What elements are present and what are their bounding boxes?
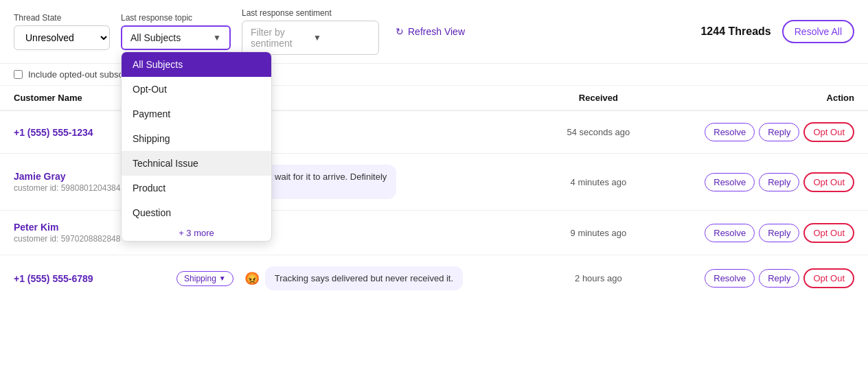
last-response-topic-label: Last response topic bbox=[121, 13, 231, 23]
dropdown-item-question[interactable]: Question bbox=[122, 200, 271, 225]
opt-out-button[interactable]: Opt Out bbox=[803, 172, 854, 192]
opt-out-button[interactable]: Opt Out bbox=[803, 122, 854, 142]
reply-button[interactable]: Reply bbox=[759, 173, 799, 191]
chevron-down-icon: ▼ bbox=[313, 33, 370, 43]
col-received: Received bbox=[543, 86, 653, 110]
last-response-topic-select[interactable]: All Subjects ▼ bbox=[121, 25, 231, 50]
thread-count: 1244 Threads bbox=[700, 25, 770, 38]
dropdown-item-payment[interactable]: Payment bbox=[122, 102, 271, 126]
action-cell: Resolve Reply Opt Out bbox=[653, 154, 868, 211]
reply-button[interactable]: Reply bbox=[759, 269, 799, 288]
received-cell: 4 minutes ago bbox=[543, 154, 653, 211]
selected-topic: All Subjects bbox=[130, 32, 181, 43]
sentiment-placeholder: Filter by sentiment bbox=[251, 27, 308, 49]
refresh-button[interactable]: ↻ Refresh View bbox=[396, 26, 465, 37]
customer-cell: +1 (555) 555-6789 bbox=[0, 255, 163, 302]
received-cell: 2 hours ago bbox=[543, 255, 653, 302]
received-cell: 9 minutes ago bbox=[543, 211, 653, 255]
reply-button[interactable]: Reply bbox=[759, 123, 799, 141]
col-action: Action bbox=[653, 86, 868, 110]
received-time: 4 minutes ago bbox=[557, 177, 639, 187]
opt-out-button[interactable]: Opt Out bbox=[803, 268, 854, 288]
opt-out-button[interactable]: Opt Out bbox=[803, 223, 854, 243]
opted-out-checkbox[interactable] bbox=[14, 70, 23, 79]
resolve-button[interactable]: Resolve bbox=[705, 173, 755, 191]
refresh-label: Refresh View bbox=[408, 26, 465, 37]
chevron-down-icon: ▼ bbox=[219, 274, 226, 282]
dropdown-item-product[interactable]: Product bbox=[122, 176, 271, 200]
dropdown-item-all-subjects[interactable]: All Subjects bbox=[122, 52, 271, 77]
resolve-all-button[interactable]: Resolve All bbox=[782, 20, 854, 43]
action-cell: Resolve Reply Opt Out bbox=[653, 211, 868, 255]
received-time: 9 minutes ago bbox=[557, 228, 639, 238]
resolve-button[interactable]: Resolve bbox=[705, 224, 755, 242]
sentiment-select[interactable]: Filter by sentiment ▼ bbox=[242, 21, 379, 55]
message-bubble: Tracking says delivered but never receiv… bbox=[265, 266, 463, 290]
action-cell: Resolve Reply Opt Out bbox=[653, 255, 868, 302]
shipping-tag[interactable]: Shipping ▼ bbox=[176, 271, 233, 286]
thread-state-label: Thread State bbox=[14, 13, 110, 23]
reply-button[interactable]: Reply bbox=[759, 224, 799, 242]
action-cell: Resolve Reply Opt Out bbox=[653, 110, 868, 154]
chevron-down-icon: ▼ bbox=[213, 33, 221, 43]
last-response-topic-filter: Last response topic All Subjects ▼ All S… bbox=[121, 13, 231, 50]
received-time: 54 seconds ago bbox=[557, 127, 639, 137]
dropdown-item-opt-out[interactable]: Opt-Out bbox=[122, 77, 271, 102]
dropdown-more[interactable]: + 3 more bbox=[122, 225, 271, 241]
refresh-icon: ↻ bbox=[396, 26, 404, 37]
emoji-icon: 😡 bbox=[244, 271, 260, 286]
customer-name: +1 (555) 555-6789 bbox=[14, 273, 149, 284]
toolbar: Thread State Unresolved Last response to… bbox=[0, 0, 868, 64]
received-time: 2 hours ago bbox=[557, 273, 639, 283]
message-cell: Shipping ▼ 😡 Tracking says delivered but… bbox=[163, 255, 543, 302]
topic-dropdown-menu: All Subjects Opt-Out Payment Shipping Te… bbox=[121, 51, 272, 242]
dropdown-item-shipping[interactable]: Shipping bbox=[122, 126, 271, 151]
thread-state-select[interactable]: Unresolved bbox=[14, 25, 110, 50]
table-row: +1 (555) 555-6789 Shipping ▼ 😡 Tracking … bbox=[0, 255, 868, 302]
last-response-sentiment-filter: Last response sentiment Filter by sentim… bbox=[242, 8, 379, 55]
resolve-button[interactable]: Resolve bbox=[705, 269, 755, 288]
dropdown-item-technical-issue[interactable]: Technical Issue bbox=[122, 151, 271, 176]
last-response-sentiment-label: Last response sentiment bbox=[242, 8, 379, 18]
thread-state-filter: Thread State Unresolved bbox=[14, 13, 110, 50]
resolve-button[interactable]: Resolve bbox=[705, 123, 755, 141]
received-cell: 54 seconds ago bbox=[543, 110, 653, 154]
